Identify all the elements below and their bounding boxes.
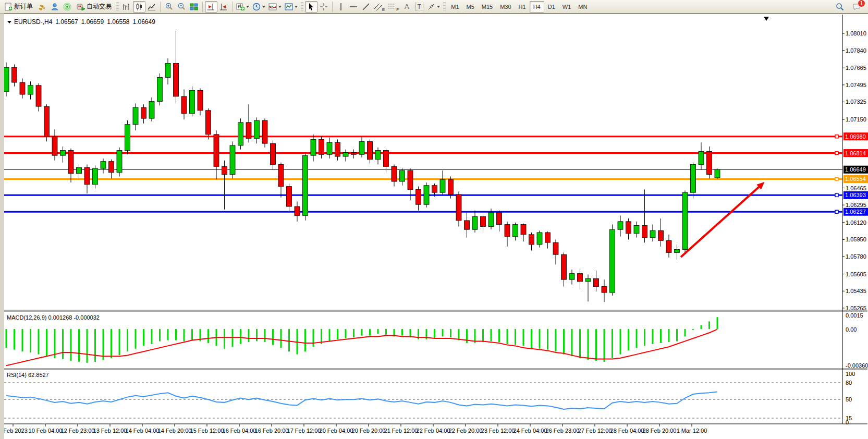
level-line-anchor[interactable] xyxy=(835,135,838,138)
toolbar-grip2[interactable] xyxy=(301,2,303,11)
community-button[interactable] xyxy=(48,1,61,13)
level-line-anchor[interactable] xyxy=(835,152,838,155)
indicators-dropdown-arrow[interactable] xyxy=(278,6,282,8)
label-tool-button[interactable]: T xyxy=(413,1,425,13)
fibonacci-button[interactable]: F xyxy=(386,1,400,13)
timeframe-button-m15[interactable]: M15 xyxy=(478,1,496,13)
candle-body xyxy=(77,167,82,174)
tile-windows-button[interactable] xyxy=(188,1,200,13)
text-tool-button[interactable]: A xyxy=(400,1,413,13)
timeframe-button-w1[interactable]: W1 xyxy=(559,1,575,13)
arrows-dropdown-arrow[interactable] xyxy=(437,6,440,8)
vertical-line-button[interactable] xyxy=(335,1,347,13)
new-order-button[interactable]: 新订单 xyxy=(1,1,36,13)
time-axis-label: 14 Feb 20:00 xyxy=(158,428,192,434)
price-badge-label: 1.06227 xyxy=(845,209,866,215)
label-tool-letter: T xyxy=(415,3,423,11)
candle-body xyxy=(569,274,574,280)
search-button[interactable] xyxy=(834,1,846,13)
bar-chart-icon xyxy=(123,3,131,11)
candle-body xyxy=(12,67,17,82)
toolbar-grip3[interactable] xyxy=(443,2,446,11)
horizontal-line-button[interactable] xyxy=(347,1,360,13)
gold-bars-icon xyxy=(38,3,46,11)
time-axis-label: 14 Feb 04:00 xyxy=(126,428,160,434)
candle-body xyxy=(699,151,704,164)
new-chart-button[interactable] xyxy=(235,1,251,13)
cursor-button[interactable] xyxy=(305,1,317,13)
candle-body xyxy=(472,216,478,229)
chart-background xyxy=(4,15,867,439)
timeframe-button-h4[interactable]: H4 xyxy=(530,1,544,13)
market-depth-button[interactable] xyxy=(36,1,48,13)
candle-body xyxy=(545,233,551,242)
time-axis-label: 17 Feb 12:00 xyxy=(287,428,321,434)
candlestick-icon xyxy=(135,3,143,11)
level-line-anchor[interactable] xyxy=(835,210,838,213)
candle-body xyxy=(68,151,74,174)
timeframe-button-mn[interactable]: MN xyxy=(574,1,591,13)
timeframe-button-m5[interactable]: M5 xyxy=(463,1,478,13)
candle-body xyxy=(198,90,203,110)
candle-body xyxy=(650,230,655,237)
rsi-value: 62.8527 xyxy=(28,372,49,378)
zoom-in-button[interactable] xyxy=(163,1,175,13)
price-axis-tick-label: 1.05435 xyxy=(846,288,866,294)
macd-axis-label: -0.003609 xyxy=(846,362,868,369)
candle-body xyxy=(174,64,179,96)
candle-body xyxy=(691,164,696,192)
symbol-dropdown-icon[interactable] xyxy=(7,21,11,23)
candle-body xyxy=(52,137,57,155)
indicators-button[interactable] xyxy=(267,1,283,13)
crosshair-button[interactable] xyxy=(317,1,330,13)
arrows-tool-button[interactable] xyxy=(425,1,442,13)
level-line-anchor[interactable] xyxy=(835,193,838,197)
auto-scroll-button[interactable] xyxy=(217,1,230,13)
timeframe-button-h1[interactable]: H1 xyxy=(515,1,530,13)
zoom-out-button[interactable] xyxy=(175,1,188,13)
period-dropdown-arrow[interactable] xyxy=(262,6,265,8)
chart-shift-button[interactable] xyxy=(205,1,217,13)
candle-body xyxy=(602,287,607,293)
candle-body xyxy=(271,143,276,164)
candle-body xyxy=(578,274,583,282)
line-chart-button[interactable] xyxy=(145,1,158,13)
candle-body xyxy=(682,192,688,249)
candle-body xyxy=(222,166,227,174)
timeframe-button-m30[interactable]: M30 xyxy=(496,1,515,13)
candle-body xyxy=(214,135,219,166)
timeframe-button-m1[interactable]: M1 xyxy=(447,1,462,13)
price-badge-label: 1.06980 xyxy=(845,133,866,140)
candle-body xyxy=(610,229,615,292)
candle-body xyxy=(537,233,542,245)
candle-body xyxy=(287,187,292,206)
candle-body xyxy=(521,225,526,235)
timeframe-button-d1[interactable]: D1 xyxy=(544,1,559,13)
toolbar-grip[interactable] xyxy=(116,2,119,11)
templates-button[interactable] xyxy=(283,1,299,13)
auto-trading-button[interactable]: 自动交易 xyxy=(74,1,115,13)
notifications-button[interactable]: 1 xyxy=(850,1,863,13)
time-axis-label: 20 Feb 20:00 xyxy=(352,428,386,434)
time-axis-label: 16 Feb 20:00 xyxy=(255,428,289,434)
candle-body xyxy=(84,167,90,185)
auto-scroll-icon xyxy=(219,3,228,11)
candle-body xyxy=(359,141,364,154)
new-order-icon xyxy=(4,3,13,11)
templates-dropdown-arrow[interactable] xyxy=(295,6,298,8)
candlestick-chart-button[interactable] xyxy=(133,1,145,13)
rsi-axis-label: 100 xyxy=(846,371,855,377)
level-line-anchor[interactable] xyxy=(835,177,838,180)
signals-button[interactable] xyxy=(61,1,74,13)
price-badge-label: 1.06554 xyxy=(845,176,866,182)
period-button[interactable] xyxy=(251,1,267,13)
candle-body xyxy=(133,107,138,125)
fibonacci-icon xyxy=(388,3,396,11)
candle-body xyxy=(351,152,357,154)
new-chart-dropdown-arrow[interactable] xyxy=(246,6,249,8)
chart-window[interactable]: 1.080101.078401.076651.074951.073251.071… xyxy=(4,14,868,439)
chart-canvas[interactable]: 1.080101.078401.076651.074951.073251.071… xyxy=(4,14,868,439)
trendline-button[interactable] xyxy=(360,1,372,13)
channel-button[interactable]: E xyxy=(372,1,386,13)
bar-chart-button[interactable] xyxy=(120,1,133,13)
